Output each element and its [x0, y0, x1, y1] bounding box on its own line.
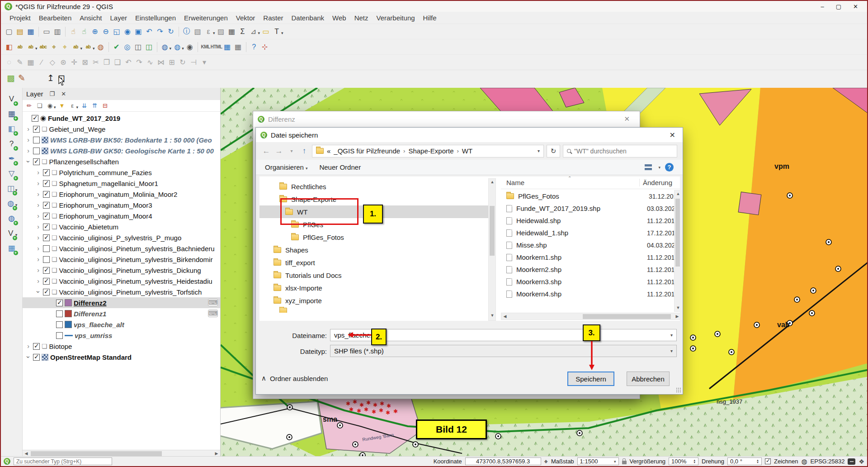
layer-item-Pflanzengesellschaften[interactable]: ›❏Pflanzengesellschaften	[23, 156, 220, 167]
current-edits-icon[interactable]: ◌	[4, 57, 14, 68]
differenz-close-icon[interactable]: ✕	[624, 115, 635, 123]
save-button[interactable]: Speichern	[567, 372, 614, 386]
kml-export-icon[interactable]: KML	[200, 42, 211, 52]
scrollbar-thumb[interactable]	[31, 451, 162, 456]
expander-icon[interactable]: ›	[25, 136, 31, 143]
expander-icon[interactable]: ›	[25, 159, 32, 165]
layer-checkbox[interactable]	[43, 191, 50, 198]
scrollbar-thumb[interactable]	[675, 199, 680, 267]
folder-item-tiff_export[interactable]: tiff_export	[259, 256, 488, 269]
menu-web[interactable]: Web	[328, 13, 350, 23]
folder-item-xyz_importe[interactable]: xyz_importe	[259, 294, 488, 307]
move-label-icon[interactable]: ab	[71, 42, 81, 52]
layer-item-Polytrichum_commune_Fazies[interactable]: ›❏Polytrichum_commune_Fazies	[23, 167, 220, 178]
more-digitizing-icon[interactable]: ▾	[199, 57, 210, 68]
reshape-features-icon[interactable]: ∿	[145, 57, 156, 68]
locator-input[interactable]	[16, 458, 109, 465]
filetype-combo[interactable]: SHP files (*.shp) ▾	[330, 345, 677, 357]
add-raster-layer-icon[interactable]: ▦	[6, 109, 17, 119]
file-item-PflGes_Fotos[interactable]: PflGes_Fotos31.12.201	[501, 190, 674, 202]
layer-item-OpenStreetMap Standard[interactable]: ›OpenStreetMap Standard	[23, 352, 220, 362]
layer-item-Vaccinio_Abietetum[interactable]: ›❏Vaccinio_Abietetum	[23, 221, 220, 232]
folder-tree-scrollbar[interactable]: ▲ ▼	[488, 178, 496, 321]
expander-icon[interactable]: ›	[35, 169, 41, 176]
scrollbar-thumb[interactable]	[490, 206, 495, 256]
merge-features-icon[interactable]: ⊞	[166, 57, 177, 68]
layer-item-Gebiet_und_Wege[interactable]: ›❏Gebiet_und_Wege	[23, 124, 220, 134]
edit-map-theme-icon[interactable]: ✎	[16, 73, 27, 84]
diagram-options-icon[interactable]: ◍	[95, 42, 106, 52]
grid-tools-icon[interactable]: ▦	[222, 42, 233, 52]
expander-icon[interactable]: ›	[35, 223, 41, 230]
add-delimited-text-icon[interactable]: ?	[6, 138, 17, 149]
wfs-service-icon[interactable]: ◍	[172, 42, 183, 52]
add-group-icon[interactable]: ❏	[35, 101, 44, 110]
messages-icon[interactable]: •••	[848, 458, 855, 465]
layer-item-Differenz1[interactable]: Differenz1⌨	[23, 308, 220, 319]
zoom-next-icon[interactable]: ↷	[155, 26, 165, 37]
add-wcs-layer-icon[interactable]: ◍	[6, 213, 17, 224]
layer-item-WMS LGRB-BW GK50: Geologische Karte 1 : 50 00[interactable]: ›WMS LGRB-BW GK50: Geologische Karte 1 :…	[23, 145, 220, 156]
file-item-Moorkern3.shp[interactable]: Moorkern3.shp11.12.201	[501, 276, 674, 288]
breadcrumb-part[interactable]: Shape-Exporte	[408, 147, 453, 155]
file-list-vscrollbar[interactable]: ▲ ▼	[674, 190, 680, 312]
layer-checkbox[interactable]	[33, 343, 40, 350]
file-item-Moorkern1.shp[interactable]: Moorkern1.shp11.12.201	[501, 251, 674, 263]
breadcrumb-home[interactable]: «	[327, 147, 330, 155]
menu-ansicht[interactable]: Ansicht	[75, 13, 106, 23]
manage-visibility-icon[interactable]: ◉	[45, 101, 55, 110]
coordinate-capture-icon[interactable]: ⊹	[259, 42, 270, 52]
zoom-last-icon[interactable]: ↶	[144, 26, 155, 37]
breadcrumb[interactable]: « _QGIS für Pilzfreunde› Shape-Exporte› …	[312, 145, 544, 157]
zoom-out-icon[interactable]: ⊖	[100, 26, 111, 37]
menu-verarbeitung[interactable]: Verarbeitung	[373, 13, 419, 23]
pan-map-icon[interactable]: ☝	[68, 26, 79, 37]
layer-checkbox[interactable]	[43, 256, 50, 263]
add-mesh-layer-icon[interactable]: ◧	[6, 124, 17, 134]
layer-item-Vaccinio_uliginosi_Pinetum_sylvestris_Dickung[interactable]: ›❏Vaccinio_uliginosi_Pinetum_sylvestris_…	[23, 265, 220, 276]
select-by-expression-icon[interactable]: ε	[203, 26, 214, 37]
add-spatialite-icon[interactable]: ✒	[6, 153, 17, 164]
menu-hilfe[interactable]: Hilfe	[419, 13, 441, 23]
folder-item-Tutorials und Docs[interactable]: Tutorials und Docs	[259, 269, 488, 281]
offline-editing-icon[interactable]: ◫	[144, 42, 155, 52]
scale-combo[interactable]: 1:1500▾	[577, 457, 619, 465]
organize-menu[interactable]: Organisieren▾	[265, 163, 307, 171]
save-dialog-close-icon[interactable]: ✕	[670, 131, 678, 139]
layer-item-Vaccinio_uliginosi_Pinetum_sylvestris_Birkendomir[interactable]: ›❏Vaccinio_uliginosi_Pinetum_sylvestris_…	[23, 254, 220, 265]
float-panel-icon[interactable]: ❐	[50, 91, 55, 97]
project-save-icon[interactable]: ▦	[25, 26, 36, 37]
expander-icon[interactable]: ›	[25, 354, 32, 360]
file-item-Heidewald.shp[interactable]: Heidewald.shp11.12.201	[501, 214, 674, 227]
label-toolbar-icon[interactable]: abc	[38, 42, 49, 52]
open-layer-styling-icon[interactable]: ✏	[24, 101, 34, 110]
expander-icon[interactable]: ›	[25, 125, 31, 133]
expander-icon[interactable]: ›	[25, 343, 31, 350]
undo-icon[interactable]: ↶	[123, 57, 134, 68]
layer-checkbox[interactable]	[56, 321, 63, 328]
file-list-hscrollbar[interactable]: ◀ ▶	[501, 313, 680, 320]
layout-manager-icon[interactable]: ▥	[52, 26, 63, 37]
menu-layer[interactable]: Layer	[106, 13, 131, 23]
layer-checkbox[interactable]	[43, 267, 50, 274]
file-item-Funde_WT_2017_2019.shp[interactable]: Funde_WT_2017_2019.shp03.03.202	[501, 202, 674, 214]
resize-grip[interactable]	[676, 387, 682, 393]
zoom-in-icon[interactable]: ⊕	[90, 26, 100, 37]
rotation-spinbox[interactable]: 0,0 °▲▼	[727, 457, 762, 465]
zoom-full-icon[interactable]: ◱	[111, 26, 122, 37]
copy-features-icon[interactable]: ❐	[101, 57, 112, 68]
layer-checkbox[interactable]	[43, 234, 50, 241]
refresh-icon[interactable]: ↻	[547, 145, 560, 157]
deselect-all-icon[interactable]: ▨	[216, 26, 226, 37]
menu-netz[interactable]: Netz	[350, 13, 373, 23]
filter-legend-icon[interactable]: ▼	[57, 101, 67, 110]
filter-by-expression-icon[interactable]: ε	[68, 101, 77, 110]
coordinate-value[interactable]: 473700.8,5397659.3	[465, 457, 541, 465]
folder-item-xlsx-Importe[interactable]: xlsx-Importe	[259, 281, 488, 294]
layer-checkbox[interactable]	[43, 278, 50, 285]
map-refresh-icon[interactable]: ↻	[165, 26, 176, 37]
check-geometries-icon[interactable]: ✔	[111, 42, 122, 52]
table-tools-icon[interactable]: ▦	[233, 42, 244, 52]
search-input[interactable]	[574, 148, 673, 155]
text-annotation-icon[interactable]: T	[271, 26, 282, 37]
